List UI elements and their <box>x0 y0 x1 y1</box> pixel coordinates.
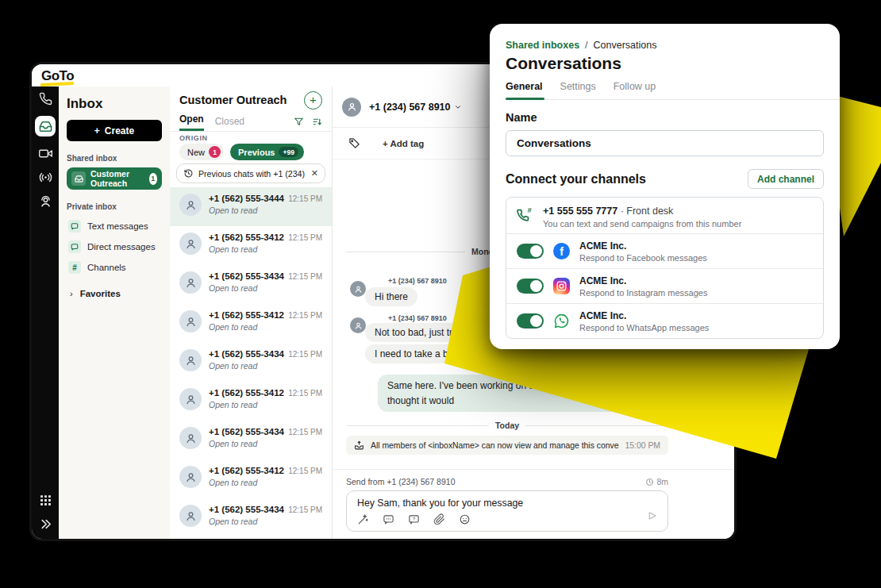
row-phone: +1 (562) 555-3434 <box>209 427 284 436</box>
template-icon[interactable]: ? <box>408 513 420 525</box>
support-agent-icon[interactable] <box>39 194 52 208</box>
avatar <box>179 427 202 449</box>
instagram-toggle[interactable] <box>517 279 544 294</box>
add-channel-button[interactable]: Add channel <box>748 169 824 189</box>
conversation-row[interactable]: +1 (562) 555-341212:15 PMOpen to read <box>170 537 332 539</box>
row-time: 12:15 PM <box>288 272 322 281</box>
svg-text:#: # <box>528 207 533 214</box>
row-status: Open to read <box>209 439 322 448</box>
row-status: Open to read <box>209 322 322 332</box>
attachment-icon[interactable] <box>433 513 445 525</box>
avatar <box>350 317 366 333</box>
chat-bubble-icon <box>68 220 81 233</box>
create-button[interactable]: +Create <box>67 120 162 141</box>
share-inbox-icon <box>354 440 364 451</box>
tab-general[interactable]: General <box>506 81 543 99</box>
comment-icon[interactable] <box>383 513 394 525</box>
collapse-chevrons-icon[interactable] <box>39 517 52 531</box>
inbox-nav-active[interactable] <box>35 116 56 136</box>
sidebar-item-direct-messages[interactable]: Direct messages <box>67 236 162 257</box>
broadcast-icon[interactable] <box>39 171 52 184</box>
avatar <box>179 349 202 371</box>
tab-settings[interactable]: Settings <box>560 81 596 99</box>
conversation-row[interactable]: +1 (562) 555-343412:15 PMOpen to read <box>170 498 332 537</box>
name-field-label: Name <box>506 111 824 124</box>
conversation-list-panel: Customer Outreach + Open Closed ORIGIN N… <box>170 86 333 539</box>
name-input[interactable] <box>506 130 824 156</box>
channels-heading: Connect your channels <box>506 172 646 186</box>
breadcrumb: Shared inboxes / Conversations <box>506 40 824 51</box>
channel-description: Respond to WhatsApp messages <box>579 323 709 332</box>
sidebar-item-text-messages[interactable]: Text messages <box>67 216 162 236</box>
goto-logo: GoTo <box>41 69 74 83</box>
message-input-text: Hey Sam, thank you for your message <box>357 498 523 509</box>
conversation-row[interactable]: +1 (562) 555-343412:15 PMOpen to read <box>170 265 332 304</box>
conversation-row[interactable]: +1 (562) 555-344412:15 PMOpen to read <box>170 187 332 226</box>
outgoing-line-2: thought it would <box>387 394 664 409</box>
tag-icon <box>348 137 360 149</box>
whatsapp-icon <box>553 313 570 329</box>
clock-icon <box>645 478 654 486</box>
row-phone: +1 (562) 555-3434 <box>209 505 284 514</box>
list-title: Customer Outreach <box>179 94 287 106</box>
phone-channel-row: # +1 555 555 7777 · Front desk You can t… <box>506 198 823 233</box>
phone-icon[interactable] <box>39 92 52 106</box>
sidebar-item-channels[interactable]: # Channels <box>67 257 162 278</box>
chip-new[interactable]: New1 <box>179 144 224 160</box>
whatsapp-toggle[interactable] <box>517 313 544 329</box>
close-icon[interactable]: ✕ <box>311 168 318 179</box>
send-button[interactable] <box>647 510 658 525</box>
conversation-row[interactable]: +1 (562) 555-341212:15 PMOpen to read <box>170 382 332 421</box>
emoji-icon[interactable] <box>459 513 471 525</box>
tab-follow-up[interactable]: Follow up <box>614 81 656 99</box>
row-time: 12:15 PM <box>288 428 322 436</box>
outgoing-message-bubble: Same here. I've been working on this pro… <box>378 375 673 412</box>
channels-card: # +1 555 555 7777 · Front desk You can t… <box>506 197 824 339</box>
system-banner: All members of <inboxName> can now view … <box>346 436 668 455</box>
avatar <box>179 233 202 255</box>
chip-previous[interactable]: Previous+99 <box>230 144 304 160</box>
phone-channel-description: You can text and send campaigns from thi… <box>543 219 741 229</box>
new-conversation-button[interactable]: + <box>304 91 322 110</box>
conversation-row[interactable]: +1 (562) 555-343412:15 PMOpen to read <box>170 421 332 459</box>
tab-open[interactable]: Open <box>179 113 204 131</box>
sidebar-item-customer-outreach[interactable]: Customer Outreach 1 <box>67 167 162 190</box>
phone-number-icon: # <box>517 207 533 224</box>
row-status: Open to read <box>209 361 322 371</box>
sidebar-item-label: Customer Outreach <box>90 169 144 188</box>
chat-contact-dropdown[interactable]: +1 (234) 567 8910 <box>369 102 462 113</box>
row-time: 12:15 PM <box>288 350 322 359</box>
avatar <box>179 194 202 216</box>
facebook-toggle[interactable] <box>517 244 544 259</box>
apps-grid-icon[interactable] <box>39 494 52 507</box>
channel-company: ACME Inc. <box>579 240 707 252</box>
video-icon[interactable] <box>39 147 52 160</box>
avatar <box>342 98 361 117</box>
sidebar-item-label: Text messages <box>87 221 148 231</box>
history-clock-icon <box>183 168 194 179</box>
ai-wand-icon[interactable] <box>357 513 369 525</box>
row-phone: +1 (562) 555-3412 <box>209 388 284 398</box>
sort-icon[interactable] <box>312 117 322 127</box>
goto-logo-text: GoTo <box>41 68 74 83</box>
avatar <box>179 388 202 410</box>
filter-funnel-icon[interactable] <box>294 117 304 127</box>
active-filter-bar[interactable]: Previous chats with +1 (234) 567-8900 ✕ <box>176 163 325 183</box>
divider <box>170 131 332 132</box>
new-count-badge: 1 <box>209 146 221 158</box>
breadcrumb-shared-inboxes[interactable]: Shared inboxes <box>506 40 579 51</box>
conversation-row[interactable]: +1 (562) 555-341212:15 PMOpen to read <box>170 304 332 343</box>
chevron-right-icon: › <box>70 289 73 298</box>
add-tag-button[interactable]: + Add tag <box>383 139 424 148</box>
conversation-row[interactable]: +1 (562) 555-343412:15 PMOpen to read <box>170 343 332 382</box>
tab-closed[interactable]: Closed <box>215 116 244 131</box>
incoming-message-bubble: Not too bad, just trying to <box>365 323 505 342</box>
row-status: Open to read <box>209 244 322 254</box>
instagram-channel-row: ACME Inc. Respond to Instagram messages <box>506 268 823 303</box>
conversation-row[interactable]: +1 (562) 555-341212:15 PMOpen to read <box>170 226 332 265</box>
favorites-toggle[interactable]: ›Favorites <box>67 289 162 298</box>
svg-text:?: ? <box>413 516 416 521</box>
message-sender: +1 (234) 567 8910 <box>388 314 447 322</box>
conversation-row[interactable]: +1 (562) 555-341212:15 PMOpen to read <box>170 459 332 498</box>
message-input[interactable]: Hey Sam, thank you for your message ? <box>346 490 668 532</box>
